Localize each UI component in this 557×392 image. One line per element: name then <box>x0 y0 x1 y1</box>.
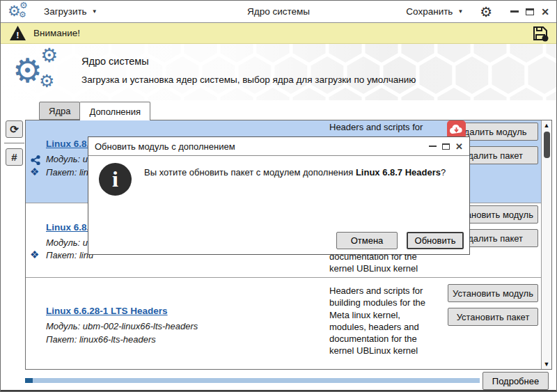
vertical-scrollbar[interactable]: ▲ ▼ <box>541 120 551 369</box>
module-icon <box>30 155 41 166</box>
install-module-button[interactable]: Установить модуль <box>448 284 538 302</box>
close-button[interactable]: ✕ <box>541 7 549 17</box>
chevron-down-icon: ▼ <box>457 8 463 15</box>
tab-addons[interactable]: Дополнения <box>79 102 150 120</box>
hash-icon: # <box>11 151 17 163</box>
page-header: ⚙ ⚙ ⚙ Ядро системы Загрузка и установка … <box>1 44 557 100</box>
scroll-down-icon[interactable]: ▼ <box>542 361 551 368</box>
addon-description: Headers and scripts for building modules… <box>329 285 439 357</box>
details-button[interactable]: Подробнее <box>483 372 549 390</box>
cloud-download-icon <box>449 124 464 136</box>
page-title: Ядро системы <box>81 56 149 67</box>
dialog-maximize-button[interactable] <box>442 143 450 150</box>
row-actions: Установить модуль Установить пакет <box>448 284 538 326</box>
minimize-button[interactable] <box>510 10 519 13</box>
hash-button[interactable]: # <box>6 148 23 166</box>
load-menu-label: Загрузить <box>44 6 87 17</box>
package-icon: ❖ <box>30 166 39 177</box>
gear-icon: ⚙ <box>19 1 28 10</box>
refresh-button[interactable]: ⟳ <box>6 120 23 138</box>
dialog-message: Вы хотите обновить пакет с модулем допол… <box>144 166 466 179</box>
side-toolbar: ⟳ # <box>6 120 26 166</box>
dialog-buttons: Отмена Обновить <box>336 232 464 249</box>
kernel-manager-window: { "toolbar": { "load_menu": "Загрузить",… <box>0 0 557 392</box>
refresh-icon: ⟳ <box>10 123 19 136</box>
module-line: Модуль: u <box>46 237 88 248</box>
addon-title-link[interactable]: Linux 6.8. <box>46 222 89 233</box>
package-line: Пакет: linu <box>46 167 93 178</box>
progress-bar <box>25 378 480 383</box>
dialog-minimize-button[interactable] <box>429 146 437 148</box>
list-item-linux66-lts-headers[interactable]: Linux 6.6.28-1 LTS Headers Модуль: ubm-0… <box>26 277 541 368</box>
info-glyph: i <box>112 168 118 190</box>
gear-icon: ⚙ <box>40 46 58 65</box>
update-button[interactable]: Обновить <box>407 232 464 249</box>
dialog-close-button[interactable]: ✕ <box>455 142 463 151</box>
load-menu[interactable]: Загрузить ▼ <box>44 6 97 17</box>
divider <box>4 143 24 143</box>
window-controls: ✕ <box>510 7 549 17</box>
dialog-window-controls: ✕ <box>429 142 463 151</box>
chevron-down-icon: ▼ <box>92 8 97 15</box>
hexagon-pattern-background <box>1 44 557 100</box>
scroll-up-icon[interactable]: ▲ <box>542 122 551 129</box>
module-line: Модуль: u <box>46 154 88 164</box>
toolbar-right: Сохранить ▼ ⚙ ✕ <box>406 5 549 19</box>
dialog-message-addon-name: Linux 6.8.7 Headers <box>356 167 441 178</box>
warning-text: Внимание! <box>33 28 80 38</box>
toolbar: ⚙ ⚙ ⚙ Загрузить ▼ Ядро системы Сохранить… <box>1 1 556 23</box>
save-menu-label: Сохранить <box>406 6 453 17</box>
gear-icon: ⚙ <box>13 54 42 88</box>
svg-text:!: ! <box>16 30 19 40</box>
package-icon: ❖ <box>30 249 39 260</box>
update-module-dialog: Обновить модуль с дополнением ✕ i Вы хот… <box>88 136 470 255</box>
scrollbar-thumb[interactable] <box>544 132 550 158</box>
tab-kernels[interactable]: Ядра <box>39 102 80 120</box>
install-package-button[interactable]: Установить пакет <box>448 308 538 326</box>
save-report-icon[interactable] <box>531 24 549 45</box>
dialog-message-prefix: Вы хотите обновить пакет с модулем допол… <box>144 167 356 178</box>
package-line: Пакет: linux66-lts-headers <box>46 334 156 345</box>
gear-icon: ⚙ <box>39 72 54 90</box>
progress-fill <box>25 378 33 383</box>
dialog-message-suffix: ? <box>441 167 446 178</box>
cancel-button[interactable]: Отмена <box>336 232 398 249</box>
dialog-title: Обновить модуль с дополнением <box>95 141 429 152</box>
kernel-gears-icon: ⚙ ⚙ ⚙ <box>13 48 72 97</box>
save-menu[interactable]: Сохранить ▼ <box>406 6 463 17</box>
tab-bar: Ядра Дополнения <box>39 102 150 120</box>
addon-description: Headers and scripts for <box>329 121 439 133</box>
addon-title-link[interactable]: Linux 6.8. <box>46 139 89 149</box>
warning-bar: ! Внимание! <box>1 23 556 44</box>
app-logo-gears-icon: ⚙ ⚙ ⚙ <box>8 2 30 22</box>
maximize-button[interactable] <box>526 8 534 15</box>
module-line: Модуль: ubm-002-linux66-lts-headers <box>46 321 198 331</box>
dialog-titlebar: Обновить модуль с дополнением ✕ <box>88 137 469 156</box>
gear-icon: ⚙ <box>19 10 26 19</box>
info-icon: i <box>99 163 132 196</box>
package-line: Пакет: linu <box>46 250 93 260</box>
addon-title-link[interactable]: Linux 6.6.28-1 LTS Headers <box>46 306 168 316</box>
page-subtitle: Загрузка и установка ядер системы, выбор… <box>81 75 416 85</box>
window-bottom-edge <box>1 390 556 391</box>
settings-gear-icon[interactable]: ⚙ <box>480 5 492 19</box>
warning-triangle-icon: ! <box>9 25 26 41</box>
